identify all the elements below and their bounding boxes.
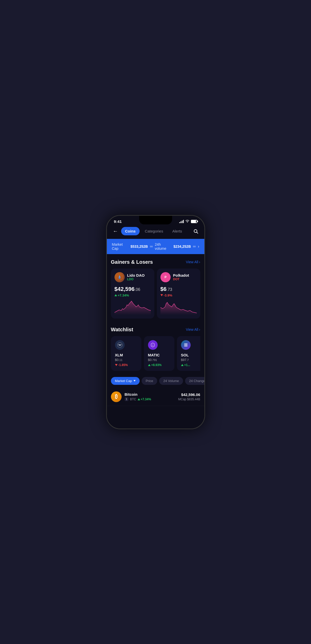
sol-price: $97.7	[181, 358, 200, 362]
back-button[interactable]: ←	[111, 227, 120, 236]
search-button[interactable]	[191, 227, 200, 236]
coin-card-ldo[interactable]: Lido DAO LDO $42,596.06 +7.34%	[111, 269, 154, 319]
tab-alerts[interactable]: Alerts	[168, 227, 186, 235]
battery-icon	[191, 220, 197, 223]
wifi-icon	[185, 220, 189, 223]
dot-name: Polkadot	[173, 273, 189, 277]
ldo-chart	[114, 300, 151, 315]
svg-text:P: P	[164, 275, 166, 279]
signal-bars-icon	[179, 220, 184, 223]
ldo-price: $42,596.06	[114, 286, 151, 292]
svg-line-1	[197, 232, 198, 233]
sol-symbol: SOL	[181, 353, 200, 357]
btc-change: +7.34%	[138, 398, 151, 401]
btc-up-icon	[138, 398, 140, 400]
watchlist-chevron-right-icon: ›	[199, 327, 200, 332]
gainers-losers-section: Gainers & Losers View All ›	[107, 254, 204, 322]
down-arrow-icon	[160, 294, 163, 296]
up-arrow-icon	[114, 294, 117, 296]
svg-rect-13	[184, 344, 187, 345]
watchlist-view-all[interactable]: View All ›	[186, 327, 200, 332]
phone-screen: 9:41 ←	[107, 216, 204, 428]
market-banner[interactable]: Market Cap $533,252B ∞ 24h volume $234,2…	[107, 239, 204, 254]
watchlist-card-matic[interactable]: ∞ MATIC $0.791 +8.93%	[144, 336, 174, 371]
ldo-symbol: LDO	[127, 277, 145, 281]
banner-arrow-icon: ›	[198, 244, 199, 249]
svg-point-10	[119, 344, 120, 345]
dot-logo: P	[160, 272, 171, 282]
matic-up-icon	[148, 364, 151, 366]
svg-rect-12	[184, 343, 187, 344]
gainers-header: Gainers & Losers View All ›	[111, 259, 200, 265]
xlm-change: -1.85%	[115, 363, 137, 367]
watchlist-section: Watchlist View All ›	[107, 322, 204, 374]
gainers-grid: Lido DAO LDO $42,596.06 +7.34%	[111, 269, 200, 319]
coin-card-dot[interactable]: P Polkadot DOT $6.73 -3.9%	[157, 269, 200, 319]
chevron-right-icon: ›	[199, 260, 200, 264]
sol-change: +1...	[181, 363, 200, 367]
ldo-logo	[114, 272, 125, 282]
infinity-icon-1: ∞	[150, 244, 153, 249]
dot-chart	[160, 300, 197, 315]
market-cap-value: $533,252B	[130, 244, 148, 249]
xlm-logo	[115, 340, 125, 350]
phone-frame: 9:41 ←	[106, 215, 205, 429]
tab-categories[interactable]: Categories	[141, 227, 167, 235]
infinity-icon-2: ∞	[193, 244, 196, 249]
matic-symbol: MATIC	[148, 353, 170, 357]
dot-symbol: DOT	[173, 277, 189, 281]
matic-logo: ∞	[148, 340, 158, 350]
filter-24change[interactable]: 24 Change	[185, 377, 204, 385]
watchlist-grid: XLM $0.11 -1.85% ∞	[111, 336, 200, 371]
ldo-change: +7.34%	[114, 293, 151, 297]
gainers-title: Gainers & Losers	[111, 259, 153, 265]
volume-value: $234,252B	[173, 244, 191, 249]
svg-text:∞: ∞	[152, 344, 153, 346]
filter-price[interactable]: Price	[142, 377, 157, 385]
gainers-view-all[interactable]: View All ›	[186, 260, 200, 264]
btc-rank: 1	[125, 397, 129, 401]
sort-down-icon	[134, 380, 136, 382]
xlm-down-icon	[115, 364, 118, 366]
tab-coins[interactable]: Coins	[121, 227, 140, 235]
sol-up-icon	[181, 364, 184, 366]
watchlist-card-sol[interactable]: SOL $97.7 +1...	[177, 336, 200, 371]
ldo-name: Lido DAO	[127, 273, 145, 277]
filter-market-cap[interactable]: Market Cap	[111, 377, 140, 385]
btc-logo: ₿	[111, 391, 122, 402]
xlm-price: $0.11	[115, 358, 137, 362]
search-icon	[193, 229, 198, 234]
notch	[139, 216, 172, 224]
btc-mcap: MCap $835.44B	[178, 398, 200, 401]
dot-change: -3.9%	[160, 293, 197, 297]
dot-price: $6.73	[160, 286, 197, 292]
watchlist-header: Watchlist View All ›	[111, 327, 200, 333]
xlm-symbol: XLM	[115, 353, 137, 357]
watchlist-title: Watchlist	[111, 327, 133, 333]
filter-row: Market Cap Price 24 Volume 24 Change	[107, 374, 204, 388]
filter-24volume[interactable]: 24 Volume	[159, 377, 183, 385]
btc-symbol: BTC	[130, 398, 136, 401]
sol-logo	[181, 340, 191, 350]
status-time: 9:41	[114, 219, 122, 224]
nav-bar: ← Coins Categories Alerts	[107, 225, 204, 239]
matic-price: $0.791	[148, 358, 170, 362]
market-cap-label: Market Cap	[112, 242, 128, 251]
btc-price: $42,596.06	[178, 392, 200, 397]
svg-rect-14	[184, 346, 187, 346]
coin-list-bitcoin[interactable]: ₿ Bitcoin 1 BTC +7.34% $42,596.06 MCap $…	[107, 388, 204, 406]
volume-label: 24h volume	[155, 242, 171, 251]
status-icons	[179, 220, 197, 223]
watchlist-card-xlm[interactable]: XLM $0.11 -1.85%	[111, 336, 141, 371]
matic-change: +8.93%	[148, 363, 170, 367]
btc-name: Bitcoin	[125, 392, 175, 397]
